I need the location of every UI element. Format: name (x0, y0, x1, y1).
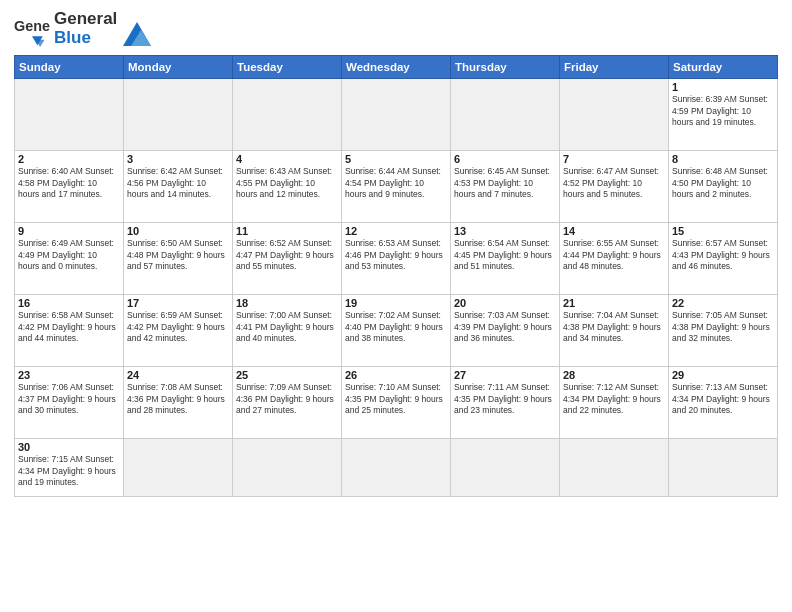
day-info: Sunrise: 7:06 AM Sunset: 4:37 PM Dayligh… (18, 382, 120, 416)
day-info: Sunrise: 6:52 AM Sunset: 4:47 PM Dayligh… (236, 238, 338, 272)
calendar-cell: 2Sunrise: 6:40 AM Sunset: 4:58 PM Daylig… (15, 151, 124, 223)
calendar-cell: 13Sunrise: 6:54 AM Sunset: 4:45 PM Dayli… (451, 223, 560, 295)
day-info: Sunrise: 7:04 AM Sunset: 4:38 PM Dayligh… (563, 310, 665, 344)
calendar-cell (451, 439, 560, 497)
calendar-cell: 1Sunrise: 6:39 AM Sunset: 4:59 PM Daylig… (669, 79, 778, 151)
calendar-cell: 25Sunrise: 7:09 AM Sunset: 4:36 PM Dayli… (233, 367, 342, 439)
day-info: Sunrise: 7:05 AM Sunset: 4:38 PM Dayligh… (672, 310, 774, 344)
day-number: 6 (454, 153, 556, 165)
calendar-cell: 18Sunrise: 7:00 AM Sunset: 4:41 PM Dayli… (233, 295, 342, 367)
day-info: Sunrise: 6:40 AM Sunset: 4:58 PM Dayligh… (18, 166, 120, 200)
day-info: Sunrise: 6:43 AM Sunset: 4:55 PM Dayligh… (236, 166, 338, 200)
calendar-cell (669, 439, 778, 497)
weekday-header-sunday: Sunday (15, 56, 124, 79)
calendar-cell: 15Sunrise: 6:57 AM Sunset: 4:43 PM Dayli… (669, 223, 778, 295)
calendar-cell (451, 79, 560, 151)
logo-blue: Blue (54, 29, 117, 48)
day-info: Sunrise: 7:03 AM Sunset: 4:39 PM Dayligh… (454, 310, 556, 344)
day-info: Sunrise: 7:02 AM Sunset: 4:40 PM Dayligh… (345, 310, 447, 344)
day-number: 11 (236, 225, 338, 237)
day-number: 7 (563, 153, 665, 165)
day-number: 29 (672, 369, 774, 381)
day-info: Sunrise: 7:12 AM Sunset: 4:34 PM Dayligh… (563, 382, 665, 416)
day-number: 27 (454, 369, 556, 381)
day-info: Sunrise: 6:53 AM Sunset: 4:46 PM Dayligh… (345, 238, 447, 272)
calendar-cell: 6Sunrise: 6:45 AM Sunset: 4:53 PM Daylig… (451, 151, 560, 223)
logo: General General Blue (14, 10, 151, 47)
calendar-cell: 28Sunrise: 7:12 AM Sunset: 4:34 PM Dayli… (560, 367, 669, 439)
calendar-cell: 27Sunrise: 7:11 AM Sunset: 4:35 PM Dayli… (451, 367, 560, 439)
calendar-cell: 17Sunrise: 6:59 AM Sunset: 4:42 PM Dayli… (124, 295, 233, 367)
page-header: General General Blue (14, 10, 778, 47)
day-info: Sunrise: 6:45 AM Sunset: 4:53 PM Dayligh… (454, 166, 556, 200)
day-number: 8 (672, 153, 774, 165)
calendar-cell: 21Sunrise: 7:04 AM Sunset: 4:38 PM Dayli… (560, 295, 669, 367)
day-number: 17 (127, 297, 229, 309)
weekday-header-row: SundayMondayTuesdayWednesdayThursdayFrid… (15, 56, 778, 79)
calendar-cell: 7Sunrise: 6:47 AM Sunset: 4:52 PM Daylig… (560, 151, 669, 223)
day-info: Sunrise: 6:58 AM Sunset: 4:42 PM Dayligh… (18, 310, 120, 344)
calendar-cell: 3Sunrise: 6:42 AM Sunset: 4:56 PM Daylig… (124, 151, 233, 223)
day-number: 26 (345, 369, 447, 381)
calendar-cell (15, 79, 124, 151)
calendar-cell: 12Sunrise: 6:53 AM Sunset: 4:46 PM Dayli… (342, 223, 451, 295)
day-number: 19 (345, 297, 447, 309)
day-number: 9 (18, 225, 120, 237)
day-info: Sunrise: 6:44 AM Sunset: 4:54 PM Dayligh… (345, 166, 447, 200)
calendar-table: SundayMondayTuesdayWednesdayThursdayFrid… (14, 55, 778, 497)
calendar-cell (233, 439, 342, 497)
day-number: 1 (672, 81, 774, 93)
day-info: Sunrise: 6:48 AM Sunset: 4:50 PM Dayligh… (672, 166, 774, 200)
day-number: 4 (236, 153, 338, 165)
logo-triangle-icon (123, 18, 151, 46)
weekday-header-monday: Monday (124, 56, 233, 79)
day-number: 18 (236, 297, 338, 309)
day-number: 5 (345, 153, 447, 165)
weekday-header-saturday: Saturday (669, 56, 778, 79)
day-info: Sunrise: 6:54 AM Sunset: 4:45 PM Dayligh… (454, 238, 556, 272)
calendar-cell (233, 79, 342, 151)
logo-icon: General (14, 11, 50, 47)
day-info: Sunrise: 7:11 AM Sunset: 4:35 PM Dayligh… (454, 382, 556, 416)
day-info: Sunrise: 7:00 AM Sunset: 4:41 PM Dayligh… (236, 310, 338, 344)
day-number: 13 (454, 225, 556, 237)
weekday-header-tuesday: Tuesday (233, 56, 342, 79)
day-number: 3 (127, 153, 229, 165)
day-number: 25 (236, 369, 338, 381)
calendar-cell (124, 439, 233, 497)
weekday-header-thursday: Thursday (451, 56, 560, 79)
day-info: Sunrise: 6:50 AM Sunset: 4:48 PM Dayligh… (127, 238, 229, 272)
calendar-cell: 16Sunrise: 6:58 AM Sunset: 4:42 PM Dayli… (15, 295, 124, 367)
day-number: 10 (127, 225, 229, 237)
calendar-cell: 19Sunrise: 7:02 AM Sunset: 4:40 PM Dayli… (342, 295, 451, 367)
calendar-cell: 23Sunrise: 7:06 AM Sunset: 4:37 PM Dayli… (15, 367, 124, 439)
day-info: Sunrise: 6:42 AM Sunset: 4:56 PM Dayligh… (127, 166, 229, 200)
day-info: Sunrise: 6:39 AM Sunset: 4:59 PM Dayligh… (672, 94, 774, 128)
calendar-cell: 5Sunrise: 6:44 AM Sunset: 4:54 PM Daylig… (342, 151, 451, 223)
calendar-cell: 26Sunrise: 7:10 AM Sunset: 4:35 PM Dayli… (342, 367, 451, 439)
day-number: 28 (563, 369, 665, 381)
day-number: 21 (563, 297, 665, 309)
calendar-cell: 9Sunrise: 6:49 AM Sunset: 4:49 PM Daylig… (15, 223, 124, 295)
day-info: Sunrise: 6:57 AM Sunset: 4:43 PM Dayligh… (672, 238, 774, 272)
day-info: Sunrise: 6:55 AM Sunset: 4:44 PM Dayligh… (563, 238, 665, 272)
svg-text:General: General (14, 17, 50, 33)
calendar-cell: 11Sunrise: 6:52 AM Sunset: 4:47 PM Dayli… (233, 223, 342, 295)
weekday-header-wednesday: Wednesday (342, 56, 451, 79)
calendar-cell (560, 439, 669, 497)
day-number: 12 (345, 225, 447, 237)
day-number: 24 (127, 369, 229, 381)
calendar-cell: 20Sunrise: 7:03 AM Sunset: 4:39 PM Dayli… (451, 295, 560, 367)
day-info: Sunrise: 7:09 AM Sunset: 4:36 PM Dayligh… (236, 382, 338, 416)
day-info: Sunrise: 7:10 AM Sunset: 4:35 PM Dayligh… (345, 382, 447, 416)
day-number: 30 (18, 441, 120, 453)
day-number: 2 (18, 153, 120, 165)
day-number: 20 (454, 297, 556, 309)
calendar-cell: 30Sunrise: 7:15 AM Sunset: 4:34 PM Dayli… (15, 439, 124, 497)
day-info: Sunrise: 7:15 AM Sunset: 4:34 PM Dayligh… (18, 454, 120, 488)
calendar-cell: 14Sunrise: 6:55 AM Sunset: 4:44 PM Dayli… (560, 223, 669, 295)
day-info: Sunrise: 6:47 AM Sunset: 4:52 PM Dayligh… (563, 166, 665, 200)
day-number: 15 (672, 225, 774, 237)
day-number: 16 (18, 297, 120, 309)
calendar-cell (560, 79, 669, 151)
